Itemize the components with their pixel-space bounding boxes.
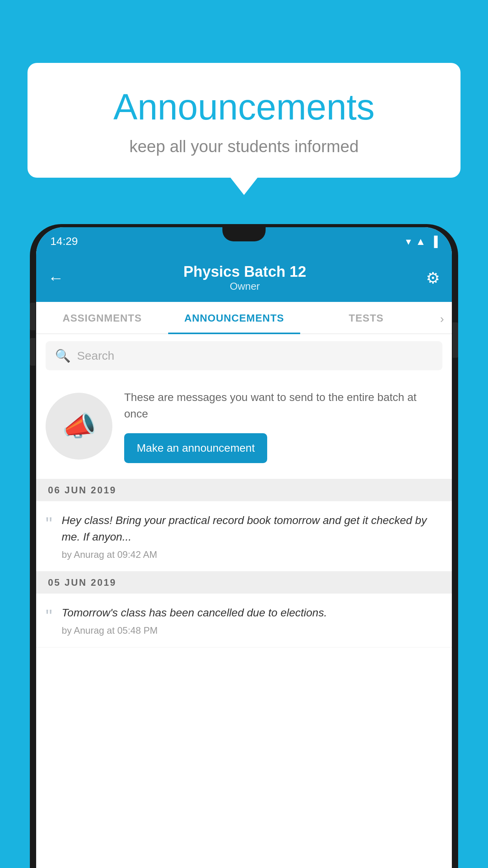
quote-icon-2: " xyxy=(46,605,52,626)
megaphone-icon: 📣 xyxy=(62,410,96,442)
prompt-right: These are messages you want to send to t… xyxy=(124,389,442,463)
owner-label: Owner xyxy=(183,280,306,292)
tab-assignments[interactable]: ASSIGNMENTS xyxy=(36,302,168,333)
bubble-title: Announcements xyxy=(47,86,441,128)
status-icons: ▾ ▲ ▐ xyxy=(406,235,438,248)
volume-down-button xyxy=(30,338,35,366)
power-button xyxy=(453,322,458,358)
announcement-item-1[interactable]: " Hey class! Bring your practical record… xyxy=(36,501,452,572)
announcement-author-1: by Anurag at 09:42 AM xyxy=(62,549,442,560)
batch-title: Physics Batch 12 xyxy=(183,263,306,280)
speech-bubble: Announcements keep all your students inf… xyxy=(28,63,460,178)
status-time: 14:29 xyxy=(50,235,78,248)
announcement-content-1: Hey class! Bring your practical record b… xyxy=(62,512,442,560)
settings-icon[interactable]: ⚙ xyxy=(426,269,440,287)
announcement-prompt: 📣 These are messages you want to send to… xyxy=(36,377,452,479)
search-container: 🔍 Search xyxy=(36,334,452,377)
notch xyxy=(222,227,266,241)
back-button[interactable]: ← xyxy=(48,269,64,287)
phone-mockup: 14:29 ▾ ▲ ▐ ← Physics Batch 12 Owner ⚙ A… xyxy=(30,224,458,868)
wifi-icon: ▾ xyxy=(406,235,411,248)
make-announcement-button[interactable]: Make an announcement xyxy=(124,433,267,463)
phone-screen: 14:29 ▾ ▲ ▐ ← Physics Batch 12 Owner ⚙ A… xyxy=(36,227,452,868)
battery-icon: ▐ xyxy=(431,235,438,248)
announcement-text-1: Hey class! Bring your practical record b… xyxy=(62,512,442,545)
prompt-text: These are messages you want to send to t… xyxy=(124,389,442,422)
signal-icon: ▲ xyxy=(416,235,426,248)
announcement-text-2: Tomorrow's class has been cancelled due … xyxy=(62,605,442,621)
tab-announcements[interactable]: ANNOUNCEMENTS xyxy=(168,302,300,333)
quote-icon-1: " xyxy=(46,512,52,533)
header-center: Physics Batch 12 Owner xyxy=(183,263,306,292)
bubble-subtitle: keep all your students informed xyxy=(47,137,441,156)
date-separator-1: 06 JUN 2019 xyxy=(36,479,452,501)
tab-bar: ASSIGNMENTS ANNOUNCEMENTS TESTS › xyxy=(36,302,452,334)
tab-more[interactable]: › xyxy=(432,302,452,333)
megaphone-circle: 📣 xyxy=(46,393,112,460)
search-icon: 🔍 xyxy=(55,348,71,363)
status-bar: 14:29 ▾ ▲ ▐ xyxy=(36,227,452,256)
announcement-author-2: by Anurag at 05:48 PM xyxy=(62,625,442,636)
announcement-item-2[interactable]: " Tomorrow's class has been cancelled du… xyxy=(36,594,452,647)
volume-up-button xyxy=(30,303,35,330)
announcement-content-2: Tomorrow's class has been cancelled due … xyxy=(62,605,442,636)
search-input[interactable]: Search xyxy=(77,349,114,362)
date-separator-2: 05 JUN 2019 xyxy=(36,572,452,594)
search-bar[interactable]: 🔍 Search xyxy=(46,341,442,370)
app-header: ← Physics Batch 12 Owner ⚙ xyxy=(36,256,452,302)
tab-tests[interactable]: TESTS xyxy=(300,302,432,333)
